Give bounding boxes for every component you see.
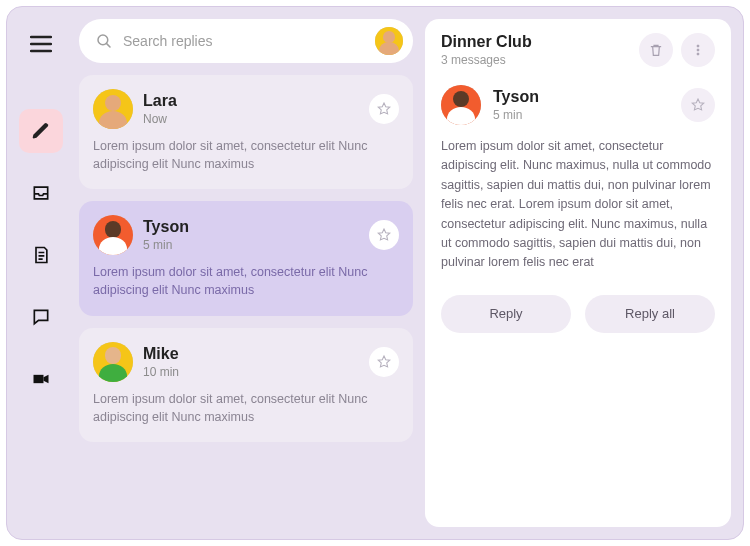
star-icon xyxy=(690,97,706,113)
message-actions: Reply Reply all xyxy=(441,295,715,333)
message-time: 5 min xyxy=(493,108,669,122)
detail-title: Dinner Club xyxy=(441,33,631,51)
message-body: Lorem ipsum dolor sit amet, consectetur … xyxy=(441,137,715,273)
thread-item[interactable]: Mike 10 min Lorem ipsum dolor sit amet, … xyxy=(79,328,413,442)
current-user-avatar[interactable] xyxy=(375,27,403,55)
star-button[interactable] xyxy=(369,94,399,124)
thread-preview: Lorem ipsum dolor sit amet, consectetur … xyxy=(93,137,399,173)
nav-compose[interactable] xyxy=(19,109,63,153)
svg-point-2 xyxy=(697,49,699,51)
chat-icon xyxy=(31,307,51,327)
nav-chat[interactable] xyxy=(19,295,63,339)
video-icon xyxy=(31,369,51,389)
nav-notes[interactable] xyxy=(19,233,63,277)
trash-icon xyxy=(648,42,664,58)
reply-button[interactable]: Reply xyxy=(441,295,571,333)
thread-preview: Lorem ipsum dolor sit amet, consectetur … xyxy=(93,263,399,299)
thread-time: 5 min xyxy=(143,238,359,252)
sidebar xyxy=(13,19,69,527)
thread-name: Lara xyxy=(143,92,359,110)
more-vertical-icon xyxy=(690,42,706,58)
more-button[interactable] xyxy=(681,33,715,67)
thread-time: Now xyxy=(143,112,359,126)
detail-header: Dinner Club 3 messages xyxy=(441,33,715,67)
star-icon xyxy=(376,227,392,243)
thread-time: 10 min xyxy=(143,365,359,379)
thread-name: Tyson xyxy=(143,218,359,236)
app-window: Lara Now Lorem ipsum dolor sit amet, con… xyxy=(6,6,744,540)
reply-all-button[interactable]: Reply all xyxy=(585,295,715,333)
message-star-button[interactable] xyxy=(681,88,715,122)
star-icon xyxy=(376,101,392,117)
avatar xyxy=(93,342,133,382)
main-area: Lara Now Lorem ipsum dolor sit amet, con… xyxy=(79,19,731,527)
svg-point-1 xyxy=(697,45,699,47)
message-author: Tyson xyxy=(493,88,669,106)
message-header: Tyson 5 min xyxy=(441,85,715,125)
message-avatar xyxy=(441,85,481,125)
search-input[interactable] xyxy=(123,33,365,49)
thread-item[interactable]: Tyson 5 min Lorem ipsum dolor sit amet, … xyxy=(79,201,413,315)
avatar xyxy=(93,89,133,129)
thread-item[interactable]: Lara Now Lorem ipsum dolor sit amet, con… xyxy=(79,75,413,189)
pencil-icon xyxy=(31,121,51,141)
svg-point-3 xyxy=(697,53,699,55)
detail-column: Dinner Club 3 messages Tyson 5 min xyxy=(425,19,731,527)
star-icon xyxy=(376,354,392,370)
notes-icon xyxy=(31,245,51,265)
thread-preview: Lorem ipsum dolor sit amet, consectetur … xyxy=(93,390,399,426)
search-bar xyxy=(79,19,413,63)
inbox-icon xyxy=(31,183,51,203)
thread-list-column: Lara Now Lorem ipsum dolor sit amet, con… xyxy=(79,19,413,527)
star-button[interactable] xyxy=(369,347,399,377)
hamburger-menu-button[interactable] xyxy=(26,31,56,61)
search-icon xyxy=(95,32,113,50)
thread-name: Mike xyxy=(143,345,359,363)
detail-subtitle: 3 messages xyxy=(441,53,631,67)
nav-video[interactable] xyxy=(19,357,63,401)
nav-inbox[interactable] xyxy=(19,171,63,215)
avatar xyxy=(93,215,133,255)
star-button[interactable] xyxy=(369,220,399,250)
delete-button[interactable] xyxy=(639,33,673,67)
hamburger-icon xyxy=(30,35,52,53)
